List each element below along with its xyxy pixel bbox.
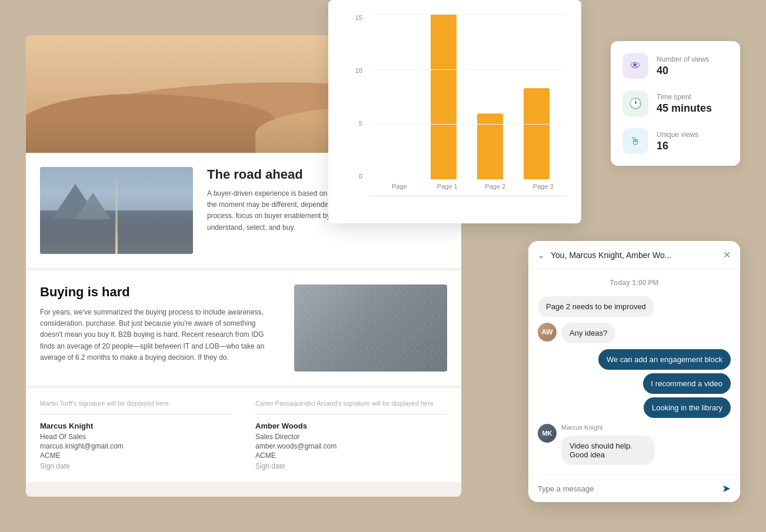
time-value: 45 minutes [657,102,712,115]
views-value: 40 [657,65,709,77]
y-label-15: 15 [355,14,362,21]
road-image [40,167,193,254]
reply-sender: Marcus Knight [561,424,678,431]
x-label-page3: Page 3 [519,183,568,190]
signature-col-1: Martin Torff's signature will be display… [40,400,232,470]
x-label-page1: Page 1 [424,183,472,190]
unique-value: 16 [657,140,698,152]
sig-placeholder-2: Carter Passaquindici Arcand's signature … [255,400,447,414]
chat-reply: MK Marcus Knight Video should help. Good… [538,424,731,465]
stat-unique: 🖱 Unique views 16 [622,128,728,154]
bubble-m2: Any ideas? [561,323,615,343]
sig-name-2: Amber Woods [255,421,447,430]
buying-section: Buying is hard For years, we've summariz… [26,270,461,386]
signature-section: Martin Torff's signature will be display… [26,388,461,482]
mesh-image [294,285,447,372]
sig-email-2: amber.woods@gmail.com [255,442,447,450]
bubble-m3: We can add an engagement block [598,349,731,370]
bubble-m5: Looking in the library [644,397,731,418]
message-input[interactable] [538,484,716,493]
signature-col-2: Carter Passaquindici Arcand's signature … [255,400,447,470]
sig-company-2: ACME [255,451,447,460]
stat-views-text: Number of views 40 [657,55,709,77]
unique-label: Unique views [657,131,698,139]
chat-header: ⌄ You, Marcus Knight, Amber Wo... ✕ [528,241,740,269]
sig-role-2: Sales Director [255,433,447,441]
unique-icon: 🖱 [622,128,648,154]
sig-date-1: Sign date [40,462,232,470]
time-label: Time spent [657,93,712,101]
chevron-down-icon[interactable]: ⌄ [538,250,545,260]
chart-y-axis: 15 10 5 0 [352,14,369,196]
bubble-m1: Page 2 needs to be improved [538,296,654,317]
stats-panel: 👁 Number of views 40 🕐 Time spent 45 min… [611,41,740,166]
y-label-10: 10 [355,67,362,74]
chart-panel: 15 10 5 0 [328,0,581,223]
stat-unique-text: Unique views 16 [657,131,698,152]
chat-body[interactable]: Today 1:00 PM Page 2 needs to be improve… [528,269,740,474]
chart-x-labels: Page Page 1 Page 2 Page 3 [369,183,567,190]
views-icon: 👁 [622,53,648,79]
bubble-m4: I recommend a video [643,373,731,394]
x-label-page2: Page 2 [471,183,519,190]
sig-date-2: Sign date [255,462,447,470]
sig-email-1: marcus.knight@gmail.com [40,442,232,450]
chat-panel: ⌄ You, Marcus Knight, Amber Wo... ✕ Toda… [528,241,740,502]
chat-timestamp: Today 1:00 PM [538,279,731,287]
close-icon[interactable]: ✕ [723,249,731,260]
chart-plot: Page Page 1 Page 2 Page 3 [369,14,567,196]
avatar-aw: AW [538,323,557,342]
time-icon: 🕐 [622,91,648,116]
chat-title: You, Marcus Knight, Amber Wo... [551,250,723,260]
chat-message-2: AW Any ideas? [538,323,731,343]
sig-name-1: Marcus Knight [40,421,232,430]
y-label-0: 0 [359,173,362,180]
sig-role-1: Head Of Sales [40,433,232,441]
stat-time-text: Time spent 45 minutes [657,93,712,115]
avatar-mk: MK [538,424,557,443]
buying-body: For years, we've summarized the buying p… [40,307,280,363]
sig-placeholder-1: Martin Torff's signature will be display… [40,400,232,414]
send-button[interactable]: ➤ [722,482,731,495]
chat-sent-group: We can add an engagement block I recomme… [538,349,731,418]
stat-views: 👁 Number of views 40 [622,53,728,79]
views-label: Number of views [657,55,709,63]
buying-title: Buying is hard [40,285,280,300]
x-label-page: Page [375,183,424,190]
chat-footer: ➤ [528,474,740,502]
y-label-5: 5 [359,120,362,127]
chat-message-1: Page 2 needs to be improved [538,296,731,317]
reply-bubble: Video should help. Good idea [561,436,655,465]
sig-company-1: ACME [40,451,232,460]
buying-text: Buying is hard For years, we've summariz… [40,285,280,372]
stat-time: 🕐 Time spent 45 minutes [622,91,728,116]
